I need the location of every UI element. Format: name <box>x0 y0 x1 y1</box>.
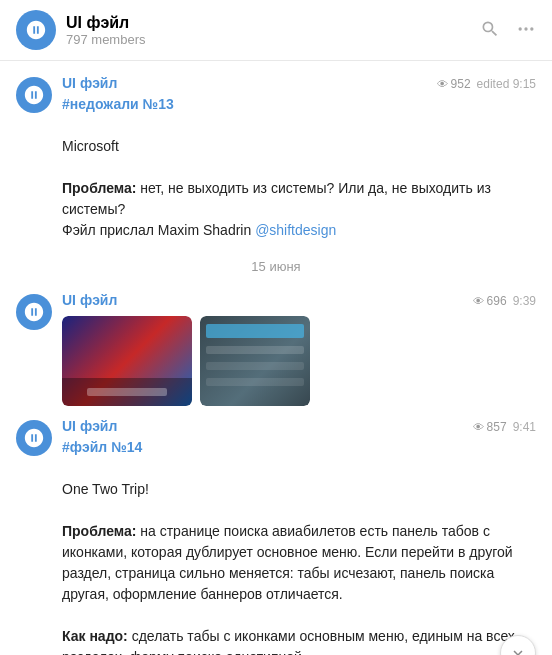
search-icon[interactable] <box>480 19 500 42</box>
sender-name: UI фэйл <box>62 75 117 91</box>
message-body: UI фэйл 👁 952 edited 9:15 #недожали №13 … <box>62 75 536 241</box>
header-actions <box>480 19 536 42</box>
message-meta: 👁 696 9:39 <box>473 294 536 308</box>
message-body: UI фэйл 👁 857 9:41 #фэйл №14 One Two Tri… <box>62 418 536 655</box>
messages-list: UI фэйл 👁 952 edited 9:15 #недожали №13 … <box>0 61 552 655</box>
date-separator: 15 июня <box>0 247 552 286</box>
message-row: UI фэйл 👁 952 edited 9:15 #недожали №13 … <box>0 69 552 247</box>
channel-info: UI фэйл 797 members <box>66 14 480 47</box>
message-header: UI фэйл 👁 952 edited 9:15 <box>62 75 536 91</box>
app-wrapper: UI фэйл 797 members <box>0 0 552 655</box>
views-icon: 👁 <box>437 78 448 90</box>
image-row: ✕ ✓ <box>62 316 536 406</box>
avatar <box>16 294 52 330</box>
view-count: 👁 696 <box>473 294 507 308</box>
message-row: UI фэйл 👁 857 9:41 #фэйл №14 One Two Tri… <box>0 412 552 655</box>
views-icon: 👁 <box>473 421 484 433</box>
channel-avatar <box>16 10 56 50</box>
message-content: #фэйл №14 One Two Trip! Проблема: на стр… <box>62 437 536 655</box>
svg-point-1 <box>524 27 527 30</box>
image-good: ✓ <box>200 316 310 406</box>
channel-header: UI фэйл 797 members <box>0 0 552 61</box>
screenshot-2 <box>200 316 310 406</box>
message-body: UI фэйл 👁 696 9:39 ✕ <box>62 292 536 406</box>
sender-name: UI фэйл <box>62 418 117 434</box>
message-content: #недожали №13 Microsoft Проблема: нет, н… <box>62 94 536 241</box>
sender-name: UI фэйл <box>62 292 117 308</box>
channel-subtitle: 797 members <box>66 32 480 47</box>
message-meta: 👁 857 9:41 <box>473 420 536 434</box>
svg-point-0 <box>519 27 522 30</box>
view-count: 👁 857 <box>473 420 507 434</box>
channel-title: UI фэйл <box>66 14 480 32</box>
message-time: 9:41 <box>513 420 536 434</box>
avatar <box>16 77 52 113</box>
screenshot-1 <box>62 316 192 406</box>
avatar <box>16 420 52 456</box>
message-meta: 👁 952 edited 9:15 <box>437 77 536 91</box>
views-icon: 👁 <box>473 295 484 307</box>
view-count: 👁 952 <box>437 77 471 91</box>
message-row: UI фэйл 👁 696 9:39 ✕ <box>0 286 552 412</box>
more-icon[interactable] <box>516 19 536 42</box>
message-header: UI фэйл 👁 696 9:39 <box>62 292 536 308</box>
svg-point-2 <box>530 27 533 30</box>
message-header: UI фэйл 👁 857 9:41 <box>62 418 536 434</box>
image-bad: ✕ <box>62 316 192 406</box>
message-time: 9:39 <box>513 294 536 308</box>
edited-label: edited 9:15 <box>477 77 536 91</box>
shiftdesign-link[interactable]: @shiftdesign <box>255 222 336 238</box>
